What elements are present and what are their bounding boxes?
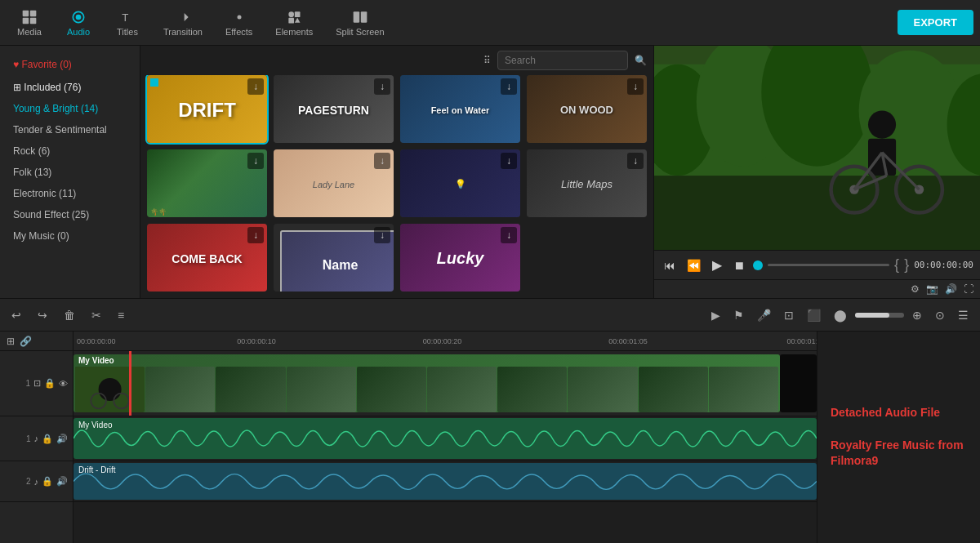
export-button[interactable]: EXPORT [898, 10, 973, 35]
download-icon[interactable]: ↓ [501, 227, 517, 243]
ruler-mark-2: 00:00:00:20 [423, 337, 462, 345]
nav-audio[interactable]: Audio [56, 6, 101, 40]
timeline-right-tools: ▶ ⚑ 🎤 ⊡ ⬛ ⬤ ⊕ ⊙ ☰ [706, 306, 973, 324]
more-icon[interactable]: ☰ [953, 306, 973, 324]
volume-icon3[interactable]: 🔊 [56, 476, 68, 487]
nav-transition[interactable]: Transition [154, 6, 212, 40]
settings-track-button[interactable]: ≡ [113, 306, 129, 324]
sidebar-item-electronic[interactable]: Electronic (11) [0, 183, 140, 204]
search-input[interactable] [497, 51, 628, 70]
skip-back-button[interactable]: ⏮ [661, 257, 679, 274]
redo-button[interactable]: ↪ [33, 306, 52, 324]
right-info-panel: Detached Audio File Royalty Free Music f… [817, 332, 980, 543]
audio-track-row2[interactable]: Drift - Drift [74, 461, 817, 502]
download-icon[interactable]: ↓ [374, 78, 390, 95]
settings-icon[interactable]: ⚙ [911, 283, 920, 295]
download-icon[interactable]: ↓ [374, 153, 390, 169]
content-toolbar: ⠿ 🔍 [140, 46, 653, 75]
audio-clip-2[interactable]: Drift - Drift [74, 463, 817, 500]
zoom-icon[interactable]: ⊙ [930, 306, 950, 324]
lock-icon3[interactable]: 🔒 [42, 476, 53, 487]
ruler-mark-1: 00:00:00:10 [237, 337, 276, 345]
main-area: ♥ Favorite (0) ⊞ Included (76) Young & B… [0, 46, 980, 298]
nav-splitscreen[interactable]: Split Screen [326, 6, 394, 40]
nav-titles[interactable]: T Titles [105, 6, 150, 40]
lock-icon[interactable]: 🔒 [44, 378, 56, 389]
eye-icon[interactable]: 👁 [59, 379, 68, 389]
preview-placeholder [654, 46, 980, 250]
download-icon[interactable]: ↓ [501, 153, 517, 169]
stop-button[interactable]: ⏹ [730, 257, 748, 274]
screenshot-icon[interactable]: 📷 [926, 283, 938, 295]
lock-icon2[interactable]: 🔒 [42, 434, 53, 444]
download-icon[interactable]: ↓ [627, 78, 644, 95]
audio-card-lights[interactable]: 💡 ↓ Lights on the Gold Shor... [400, 149, 520, 217]
sidebar-item-rock[interactable]: Rock (6) [0, 140, 140, 162]
mic-icon[interactable]: 🎤 [752, 306, 776, 324]
download-icon[interactable]: ↓ [501, 78, 517, 95]
audio-card-feetwater[interactable]: Feel on Water ↓ Feet On Water - Unexp... [400, 75, 520, 143]
audio-clip-label1: My Video [78, 421, 113, 430]
track-area: 00:00:00:00 00:00:00:10 00:00:00:20 00:0… [74, 332, 817, 543]
undo-button[interactable]: ↩ [7, 306, 26, 324]
audio-clip-1[interactable]: My Video [74, 418, 817, 459]
add-icon[interactable]: ⊕ [907, 306, 927, 324]
timeline-area: ↩ ↪ 🗑 ✂ ≡ ▶ ⚑ 🎤 ⊡ ⬛ ⬤ ⊕ ⊙ ☰ ⊞ 🔗 [0, 298, 980, 543]
delete-button[interactable]: 🗑 [59, 306, 80, 324]
audio-card-feetwood[interactable]: ON WOOD ↓ Feet on Wood - Whistl... [527, 75, 647, 143]
nav-elements[interactable]: Elements [265, 6, 323, 40]
audio-card-garret[interactable]: 🌴🌴 ↓ Garret Bevins - Infinite ... [147, 149, 267, 217]
video-clip-label: My Video [74, 354, 780, 367]
download-icon[interactable]: ↓ [627, 153, 644, 169]
sidebar-item-soundeffect[interactable]: Sound Effect (25) [0, 204, 140, 225]
link-track-button[interactable]: 🔗 [20, 336, 32, 347]
audio-track-row1[interactable]: My Video [74, 416, 817, 461]
track-label-audio1: 1 ♪ 🔒 🔊 [0, 416, 73, 461]
audio-card-name[interactable]: Name ↓ Name [274, 224, 394, 292]
step-back-button[interactable]: ⏪ [684, 257, 704, 274]
sidebar-item-youngbright[interactable]: Young & Bright (14) [0, 98, 140, 119]
nav-media[interactable]: Media [7, 6, 52, 40]
pip-icon[interactable]: ⬛ [802, 306, 826, 324]
add-track-button[interactable]: ⊞ [7, 336, 15, 347]
cut-button[interactable]: ✂ [87, 306, 106, 324]
play-button[interactable]: ▶ [709, 256, 725, 274]
download-icon[interactable]: ↓ [247, 153, 264, 169]
sidebar-item-favorite[interactable]: ♥ Favorite (0) [0, 52, 140, 77]
color-icon[interactable]: ⬤ [829, 306, 852, 324]
grid-view-icon[interactable]: ⠿ [483, 55, 491, 66]
svg-text:T: T [122, 11, 128, 24]
sidebar-item-tender[interactable]: Tender & Sentimental [0, 119, 140, 140]
download-icon[interactable]: ↓ [247, 78, 264, 95]
nav-effects[interactable]: Effects [216, 6, 262, 40]
track-label-video1: 1 ⊡ 🔒 👁 [0, 351, 73, 416]
flag-icon[interactable]: ⚑ [728, 306, 749, 324]
audio-card-pages[interactable]: PAGESTURN ↓ Drift - Pages Turn [274, 75, 394, 143]
audio-card-little[interactable]: Little Maps ↓ Little Maps - Eddie [527, 149, 647, 217]
video-track-row[interactable]: My Video [74, 351, 817, 416]
audio-card-lucky[interactable]: Lucky ↓ Lucky [400, 224, 520, 292]
download-icon[interactable]: ↓ [374, 227, 390, 243]
audio-card-lady[interactable]: Lady Lane ↓ Lady Lane - The Pink E... [274, 149, 394, 217]
volume-icon[interactable]: 🔊 [945, 283, 957, 295]
audio-card-comeback[interactable]: COME BACK ↓ Comeback [147, 224, 267, 292]
track-label-audio2: 2 ♪ 🔒 🔊 [0, 461, 73, 502]
speed-slider[interactable] [855, 313, 904, 318]
svg-rect-9 [354, 11, 360, 22]
audio-track-icon: ♪ [34, 434, 39, 443]
time-display: 00:00:00:00 [914, 260, 973, 270]
timeline-toolbar: ↩ ↪ 🗑 ✂ ≡ ▶ ⚑ 🎤 ⊡ ⬛ ⬤ ⊕ ⊙ ☰ [0, 299, 980, 332]
audio-card-drift[interactable]: DRIFT ↓ Drift - Drift [147, 75, 267, 143]
track-add-row: ⊞ 🔗 [0, 332, 73, 351]
progress-bar[interactable] [768, 264, 889, 266]
volume-icon2[interactable]: 🔊 [56, 434, 68, 444]
fullscreen-icon[interactable]: ⛶ [964, 283, 973, 295]
detach-icon[interactable]: ⊡ [779, 306, 799, 324]
sidebar-item-mymusic[interactable]: My Music (0) [0, 225, 140, 247]
video-clip[interactable]: My Video [74, 354, 780, 412]
sidebar-item-included[interactable]: ⊞ Included (76) [0, 77, 140, 98]
render-icon[interactable]: ▶ [706, 306, 725, 324]
search-icon[interactable]: 🔍 [635, 55, 647, 66]
sidebar-item-folk[interactable]: Folk (13) [0, 162, 140, 183]
download-icon[interactable]: ↓ [247, 227, 264, 243]
